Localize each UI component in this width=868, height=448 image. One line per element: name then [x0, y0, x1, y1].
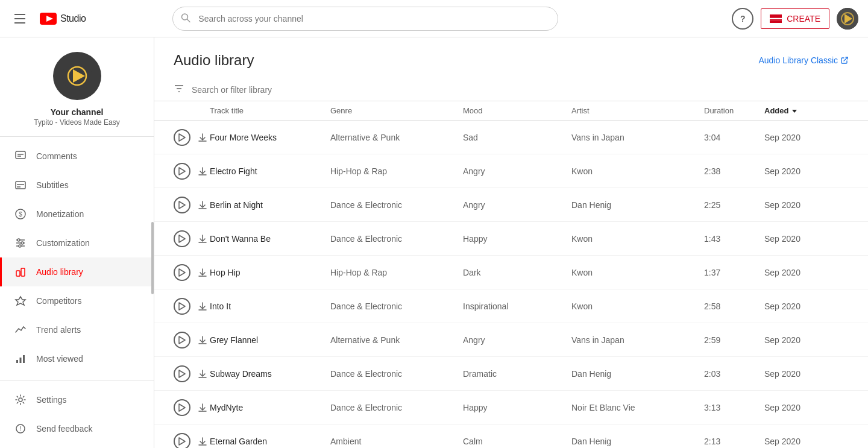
col-added[interactable]: Added — [764, 106, 849, 115]
play-icon — [178, 133, 186, 142]
duration: 2:59 — [704, 335, 764, 345]
genre: Alternative & Punk — [330, 335, 463, 345]
sidebar-item-audio-library[interactable]: Audio library — [0, 257, 154, 286]
help-button[interactable]: ? — [732, 8, 753, 30]
play-icon — [178, 336, 186, 344]
table-row[interactable]: Hop Hip Hip-Hop & Rap Dark Kwon 1:37 Sep… — [154, 256, 868, 289]
svg-text:!: ! — [19, 425, 21, 432]
table-row[interactable]: Electro Fight Hip-Hop & Rap Angry Kwon 2… — [154, 154, 868, 188]
help-icon: ? — [740, 14, 746, 24]
track-title: Subway Dreams — [210, 369, 330, 379]
table-row[interactable]: Grey Flannel Alternative & Punk Angry Va… — [154, 323, 868, 357]
create-label: CREATE — [787, 14, 820, 24]
download-button[interactable] — [195, 265, 210, 280]
play-button[interactable] — [174, 197, 190, 213]
download-button[interactable] — [195, 164, 210, 178]
download-button[interactable] — [195, 367, 210, 381]
download-button[interactable] — [195, 232, 210, 246]
genre: Ambient — [330, 437, 463, 446]
feedback-icon: ! — [14, 423, 27, 435]
sidebar-item-settings[interactable]: Settings — [0, 385, 154, 414]
track-title: Eternal Garden — [210, 437, 330, 446]
play-button[interactable] — [174, 163, 190, 180]
duration: 2:58 — [704, 301, 764, 311]
added-date: Sep 2020 — [764, 234, 849, 244]
play-button[interactable] — [174, 298, 190, 315]
search-input[interactable] — [172, 7, 558, 31]
svg-marker-41 — [179, 134, 185, 141]
row-actions — [174, 399, 210, 416]
sidebar-item-subtitles[interactable]: Subtitles — [0, 171, 154, 200]
main-content: Audio library Audio Library Classic — [154, 37, 868, 448]
competitors-icon — [14, 295, 27, 307]
svg-marker-62 — [179, 370, 185, 377]
play-button[interactable] — [174, 365, 190, 382]
classic-link-text: Audio Library Classic — [759, 55, 838, 65]
filter-input[interactable] — [192, 85, 312, 95]
download-button[interactable] — [195, 198, 210, 212]
trend-alerts-icon — [14, 324, 27, 336]
artist: Kwon — [571, 268, 704, 277]
customization-icon — [14, 237, 27, 249]
artist: Kwon — [571, 301, 704, 311]
play-button[interactable] — [174, 230, 190, 247]
svg-text:$: $ — [19, 211, 22, 218]
table-row[interactable]: Don't Wanna Be Dance & Electronic Happy … — [154, 222, 868, 256]
comments-icon — [14, 150, 27, 162]
download-icon — [198, 403, 207, 412]
sidebar-item-send-feedback[interactable]: ! Send feedback — [0, 414, 154, 443]
col-genre: Genre — [330, 106, 463, 115]
sidebar-item-trend-alerts[interactable]: Trend alerts — [0, 315, 154, 344]
sidebar-item-monetization[interactable]: $ Monetization — [0, 200, 154, 229]
svg-rect-17 — [16, 181, 25, 189]
avatar[interactable] — [837, 8, 858, 30]
sidebar-item-customization[interactable]: Customization — [0, 229, 154, 257]
hamburger-menu[interactable] — [10, 9, 30, 28]
duration: 3:13 — [704, 403, 764, 412]
play-button[interactable] — [174, 433, 190, 449]
table-row[interactable]: Four More Weeks Alternative & Punk Sad V… — [154, 121, 868, 154]
play-button[interactable] — [174, 264, 190, 281]
sidebar-label-competitors: Competitors — [36, 296, 81, 306]
row-actions — [174, 433, 210, 449]
download-button[interactable] — [195, 299, 210, 314]
sidebar-item-competitors[interactable]: Competitors — [0, 286, 154, 315]
table-row[interactable]: Eternal Garden Ambient Calm Dan Henig 2:… — [154, 424, 868, 448]
row-actions — [174, 230, 210, 247]
play-button[interactable] — [174, 332, 190, 349]
download-button[interactable] — [195, 333, 210, 347]
artist: Dan Henig — [571, 369, 704, 379]
header: Studio ? CREATE — [0, 0, 868, 37]
row-actions — [174, 197, 210, 213]
header-right: ? CREATE — [732, 8, 858, 30]
channel-handle: Typito - Videos Made Easy — [34, 118, 120, 127]
download-icon — [198, 234, 207, 244]
svg-rect-7 — [770, 19, 782, 21]
download-button[interactable] — [195, 130, 210, 145]
artist: Kwon — [571, 166, 704, 176]
sidebar-label-settings: Settings — [36, 395, 67, 405]
create-button[interactable]: CREATE — [761, 8, 829, 29]
sidebar-item-most-viewed[interactable]: Most viewed — [0, 344, 154, 373]
play-button[interactable] — [174, 399, 190, 416]
svg-rect-31 — [16, 360, 18, 363]
audio-library-classic-link[interactable]: Audio Library Classic — [759, 55, 849, 65]
table-row[interactable]: MydNyte Dance & Electronic Happy Noir Et… — [154, 391, 868, 424]
logo[interactable]: Studio — [40, 13, 86, 25]
channel-section: Your channel Typito - Videos Made Easy — [0, 37, 154, 137]
play-button[interactable] — [174, 129, 190, 146]
table-row[interactable]: Into It Dance & Electronic Inspirational… — [154, 289, 868, 323]
svg-marker-44 — [179, 168, 185, 175]
play-icon — [178, 167, 186, 175]
track-title: Into It — [210, 301, 330, 311]
row-actions — [174, 129, 210, 146]
channel-avatar[interactable] — [53, 52, 101, 100]
added-date: Sep 2020 — [764, 133, 849, 142]
download-button[interactable] — [195, 400, 210, 415]
download-button[interactable] — [195, 434, 210, 449]
download-icon — [198, 200, 207, 210]
sidebar-item-comments[interactable]: Comments — [0, 142, 154, 171]
table-row[interactable]: Berlin at Night Dance & Electronic Angry… — [154, 188, 868, 222]
svg-rect-28 — [16, 271, 20, 276]
table-row[interactable]: Subway Dreams Dance & Electronic Dramati… — [154, 357, 868, 391]
